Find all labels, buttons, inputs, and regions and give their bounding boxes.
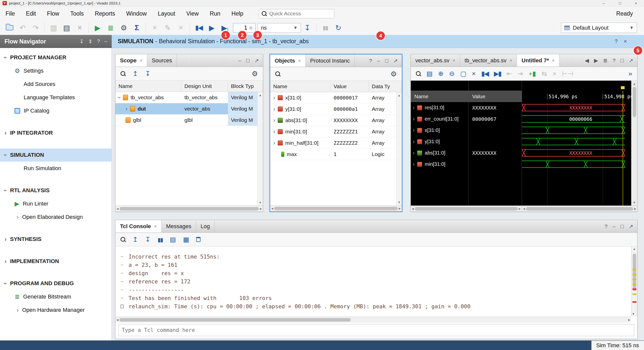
simulation-time-field[interactable]: ⊗ [233, 23, 256, 33]
menu-run[interactable]: Run [204, 7, 226, 21]
delete-button[interactable]: × [73, 22, 86, 34]
object-row-min-half[interactable]: ›min_half[31:0] ZZZZZZZ2 Array [270, 137, 396, 149]
column-header-data-type[interactable]: Data Ty [369, 81, 402, 92]
menu-layout[interactable]: Layout [152, 7, 181, 21]
swap-cursor-icon[interactable]: ⇆ [542, 70, 547, 78]
object-row-y[interactable]: ›y[31:0] 000000a1 Array [270, 104, 396, 115]
menu-window[interactable]: Window [121, 7, 152, 21]
copy-button[interactable]: ▥ [47, 22, 60, 34]
menu-reports[interactable]: Reports [89, 7, 121, 21]
horizontal-scrollbar[interactable]: ◂▸ [115, 206, 263, 212]
zoom-in-icon[interactable]: ⊕ [438, 70, 444, 78]
delete-marker-icon[interactable]: × [552, 70, 556, 78]
minimize-panel-icon[interactable]: – [377, 58, 380, 64]
float-panel-icon[interactable]: ↗ [629, 58, 633, 64]
break-button[interactable]: ▮▮ [319, 22, 332, 34]
search-icon[interactable] [120, 71, 126, 76]
save-waveform-icon[interactable]: ▤ [426, 70, 433, 78]
column-header-design-unit[interactable]: Design Unit [181, 81, 228, 92]
float-panel-icon[interactable]: ↗ [254, 58, 259, 64]
sidebar-item-open-hardware-manager[interactable]: › Open Hardware Manager [0, 303, 111, 317]
toggle-line-numbers-icon[interactable]: ▦ [183, 236, 189, 243]
report-sigma-button[interactable]: Σ [130, 22, 143, 34]
edit-pencil-button[interactable]: ✎ [161, 22, 174, 34]
time-value-input[interactable] [235, 25, 247, 31]
waveform-viewer[interactable]: Name ›res[31:0] ›err_count[31:0] ›x[31:0… [411, 81, 637, 206]
object-row-x[interactable]: ›x[31:0] 00000017 Array [270, 92, 396, 104]
chevron-right-icon[interactable]: › [413, 127, 415, 134]
wave-signal-res[interactable]: ›res[31:0] [411, 102, 468, 113]
collapse-all-icon[interactable]: ↥ [133, 236, 138, 243]
sidebar-item-generate-bitstream[interactable]: ≣ Generate Bitstream [0, 290, 111, 303]
object-row-abs[interactable]: ›abs[31:0] XXXXXXXX Array [270, 115, 396, 126]
minimize-panel-icon[interactable]: – [104, 38, 107, 44]
clear-console-icon[interactable] [196, 237, 200, 242]
chevron-right-icon[interactable]: › [413, 138, 415, 145]
wave-plot-area[interactable]: 514,996 ps 514,998 ps XXXXXXXX 00000066 [522, 81, 631, 206]
section-synthesis[interactable]: › SYNTHESIS [0, 233, 111, 246]
next-transition-icon[interactable]: ⇥ [517, 70, 523, 78]
help-icon[interactable]: ? [97, 38, 100, 44]
sidebar-item-language-templates[interactable]: Language Templates [0, 91, 111, 104]
expand-all-icon[interactable]: ↧ [145, 70, 151, 78]
redo-button[interactable]: ↷ [29, 22, 42, 34]
quick-access-box[interactable] [259, 9, 334, 18]
step-button[interactable]: ↧ [301, 22, 314, 34]
next-tab-icon[interactable]: ▶ [594, 58, 598, 64]
tab-objects[interactable]: Objects × [270, 55, 306, 67]
wave-signal-abs[interactable]: ›abs[31:0] [411, 147, 468, 159]
help-icon[interactable]: ? [605, 223, 608, 229]
copy-icon[interactable]: ▤ [170, 236, 176, 243]
expand-all-icon[interactable]: ↧ [145, 236, 151, 243]
section-implementation[interactable]: › IMPLEMENTATION [0, 255, 111, 268]
object-row-min[interactable]: ›min[31:0] ZZZZZZZ1 Array [270, 126, 396, 137]
elaborated-design-button[interactable]: ≣ [104, 22, 117, 34]
maximize-window-button[interactable]: □ [612, 0, 628, 6]
sidebar-item-settings[interactable]: ⚙ Settings [0, 64, 111, 77]
section-rtl-analysis[interactable]: › RTL ANALYSIS [0, 184, 111, 197]
help-icon[interactable]: ? [613, 58, 616, 64]
gear-icon[interactable]: ⚙ [252, 70, 258, 78]
collapse-all-icon[interactable]: ↥ [133, 70, 138, 78]
go-to-time-start-icon[interactable]: ▮◀ [481, 70, 488, 78]
chevron-right-icon[interactable]: › [413, 116, 415, 122]
tab-messages[interactable]: Messages [162, 220, 196, 232]
close-window-button[interactable]: × [628, 0, 644, 6]
clear-time-icon[interactable]: ⊗ [249, 25, 253, 31]
search-icon[interactable] [120, 237, 126, 242]
chevron-right-icon[interactable]: › [273, 117, 275, 123]
remove-cursor-icon[interactable]: × [472, 70, 476, 78]
vertical-scrollbar[interactable]: ▴▾ [631, 81, 637, 206]
close-simulation-icon[interactable]: × [624, 38, 627, 45]
search-icon[interactable] [275, 71, 280, 76]
minimize-window-button[interactable]: – [596, 0, 612, 6]
quick-access-input[interactable] [269, 11, 325, 17]
scope-row-glbl[interactable]: glbl glbl Verilog M [115, 115, 257, 126]
section-project-manager[interactable]: › PROJECT MANAGER [0, 51, 111, 64]
chevron-right-icon[interactable]: › [413, 150, 415, 156]
relaunch-simulation-button[interactable]: ↻ [332, 22, 345, 34]
chevron-right-icon[interactable]: › [126, 106, 128, 112]
help-icon[interactable]: ? [369, 58, 372, 64]
restart-simulation-button[interactable]: ▮◀ [192, 22, 205, 34]
collapse-all-icon[interactable]: ↧ [79, 38, 84, 44]
close-tab-icon[interactable]: × [509, 58, 512, 63]
maximize-panel-icon[interactable]: □ [246, 58, 250, 64]
menu-file[interactable]: File [0, 7, 20, 21]
vertical-scrollbar[interactable]: ▴▾ [257, 92, 263, 206]
column-header-name[interactable]: Name [115, 81, 181, 92]
chevron-right-icon[interactable]: › [273, 106, 275, 112]
zoom-fit-icon[interactable]: ▢ [460, 70, 466, 78]
sidebar-item-run-simulation[interactable]: Run Simulation [0, 162, 111, 175]
sidebar-item-add-sources[interactable]: Add Sources [0, 77, 111, 91]
snap-to-transition-icon[interactable]: ⊢⊣ [562, 70, 573, 78]
wave-signal-y[interactable]: ›y[31:0] [411, 136, 468, 147]
close-tab-icon[interactable]: × [552, 58, 555, 63]
horizontal-scrollbar[interactable]: ◂▸ [522, 206, 637, 212]
tab-list-icon[interactable]: ≣ [603, 58, 608, 64]
horizontal-scrollbar[interactable]: ◂▸ [270, 205, 402, 211]
chevron-right-icon[interactable]: › [413, 105, 415, 111]
tab-sources[interactable]: Sources [147, 54, 177, 67]
horizontal-scrollbar[interactable]: ◂▸ [411, 206, 522, 212]
tab-scope[interactable]: Scope × [115, 54, 147, 67]
